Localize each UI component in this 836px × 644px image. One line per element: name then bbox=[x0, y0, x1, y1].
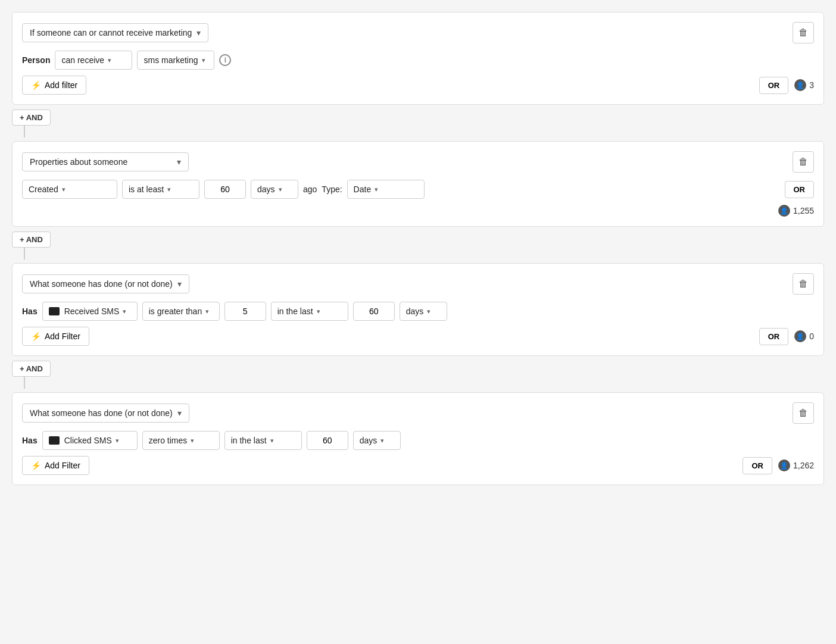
block3-number-input1[interactable] bbox=[224, 302, 266, 321]
block3-row-label: Has bbox=[22, 307, 38, 316]
block2-created-label: Created bbox=[29, 185, 58, 194]
block1-type-select[interactable]: If someone can or cannot receive marketi… bbox=[22, 23, 208, 42]
block3-in-the-last-select[interactable]: in the last ▾ bbox=[271, 302, 348, 321]
block3-number-input2[interactable] bbox=[353, 302, 395, 321]
block3-add-filter-btn[interactable]: ⚡ Add Filter bbox=[22, 327, 89, 346]
block1-sms-marketing-chevron: ▾ bbox=[202, 57, 205, 64]
block1-type-label: If someone can or cannot receive marketi… bbox=[30, 28, 192, 37]
filter-block-2: Properties about someone ▾ 🗑 Created ▾ i… bbox=[12, 141, 824, 227]
block1-sms-marketing-select[interactable]: sms marketing ▾ bbox=[137, 51, 214, 70]
block1-filter-icon: ⚡ bbox=[31, 80, 41, 90]
block1-or-btn[interactable]: OR bbox=[759, 77, 789, 94]
block3-event-select[interactable]: Received SMS ▾ bbox=[42, 302, 138, 321]
block4-row-label: Has bbox=[22, 436, 38, 445]
block3-days-select[interactable]: days ▾ bbox=[400, 302, 447, 321]
block2-days-select[interactable]: days ▾ bbox=[251, 180, 298, 199]
block1-info-icon[interactable]: i bbox=[219, 54, 231, 66]
block1-sms-marketing-label: sms marketing bbox=[144, 55, 198, 65]
block3-count-display: 👤 0 bbox=[794, 330, 814, 342]
block4-number-input[interactable] bbox=[307, 431, 348, 450]
block4-add-filter-btn[interactable]: ⚡ Add Filter bbox=[22, 456, 89, 475]
block3-header: What someone has done (or not done) ▾ 🗑 bbox=[22, 273, 814, 295]
block3-event-chevron: ▾ bbox=[123, 308, 126, 315]
block4-filter-icon: ⚡ bbox=[31, 461, 41, 470]
block4-type-chevron: ▾ bbox=[177, 408, 182, 418]
block1-footer-row: ⚡ Add filter OR 👤 3 bbox=[22, 76, 814, 95]
block1-header: If someone can or cannot receive marketi… bbox=[22, 22, 814, 43]
block4-delete-btn[interactable]: 🗑 bbox=[793, 402, 814, 424]
block4-in-the-last-chevron: ▾ bbox=[270, 437, 274, 445]
block3-in-the-last-label: in the last bbox=[277, 307, 313, 316]
block4-in-the-last-select[interactable]: in the last ▾ bbox=[224, 431, 302, 450]
and-btn-1[interactable]: + AND bbox=[12, 110, 51, 126]
block2-date-select[interactable]: Date ▾ bbox=[347, 180, 425, 199]
block4-add-filter-label: Add Filter bbox=[45, 461, 80, 470]
block2-person-icon: 👤 bbox=[778, 205, 790, 217]
block2-number-input[interactable] bbox=[204, 180, 246, 199]
block2-header: Properties about someone ▾ 🗑 bbox=[22, 151, 814, 173]
and-btn-3[interactable]: + AND bbox=[12, 361, 51, 377]
block4-event-label: Clicked SMS bbox=[64, 436, 112, 445]
block1-add-filter-btn[interactable]: ⚡ Add filter bbox=[22, 76, 86, 95]
block3-condition-label: is greater than bbox=[149, 307, 202, 316]
and-connector-2: + AND bbox=[12, 232, 824, 260]
block2-days-chevron: ▾ bbox=[279, 186, 282, 193]
block4-filter-row: Has Clicked SMS ▾ zero times ▾ in the la… bbox=[22, 431, 814, 450]
block4-event-chevron: ▾ bbox=[116, 437, 119, 445]
block3-event-label: Received SMS bbox=[64, 307, 120, 316]
block4-condition-label: zero times bbox=[149, 436, 188, 445]
block4-header: What someone has done (or not done) ▾ 🗑 bbox=[22, 402, 814, 424]
block4-days-label: days bbox=[360, 436, 378, 445]
block3-sms-icon bbox=[49, 307, 60, 315]
block2-type-select[interactable]: Properties about someone ▾ bbox=[22, 152, 189, 171]
block3-filter-icon: ⚡ bbox=[31, 332, 41, 341]
block1-delete-btn[interactable]: 🗑 bbox=[793, 22, 814, 43]
block3-filter-row: Has Received SMS ▾ is greater than ▾ in … bbox=[22, 302, 814, 321]
block2-created-chevron: ▾ bbox=[62, 186, 65, 193]
page-container: If someone can or cannot receive marketi… bbox=[0, 0, 836, 502]
block1-add-filter-label: Add filter bbox=[45, 80, 77, 90]
block2-is-at-least-select[interactable]: is at least ▾ bbox=[122, 180, 199, 199]
block2-type-prefix: Type: bbox=[322, 185, 342, 194]
and-line-1 bbox=[24, 126, 25, 137]
block4-condition-chevron: ▾ bbox=[191, 437, 194, 445]
block4-days-select[interactable]: days ▾ bbox=[353, 431, 401, 450]
block2-or-btn[interactable]: OR bbox=[785, 181, 815, 198]
block1-count-display: 👤 3 bbox=[794, 79, 814, 91]
block4-type-select[interactable]: What someone has done (or not done) ▾ bbox=[22, 404, 189, 423]
block4-sms-icon bbox=[49, 436, 60, 445]
block3-in-the-last-chevron: ▾ bbox=[317, 308, 320, 315]
block3-days-chevron: ▾ bbox=[427, 308, 431, 315]
filter-block-1: If someone can or cannot receive marketi… bbox=[12, 12, 824, 105]
block3-condition-select[interactable]: is greater than ▾ bbox=[142, 302, 220, 321]
block2-delete-btn[interactable]: 🗑 bbox=[793, 151, 814, 173]
and-connector-3: + AND bbox=[12, 361, 824, 389]
block3-type-label: What someone has done (or not done) bbox=[30, 279, 173, 289]
block4-count-display: 👤 1,262 bbox=[778, 459, 814, 471]
block3-or-btn[interactable]: OR bbox=[759, 328, 789, 345]
block2-date-label: Date bbox=[354, 185, 372, 194]
block1-can-receive-select[interactable]: can receive ▾ bbox=[55, 51, 132, 70]
block3-delete-btn[interactable]: 🗑 bbox=[793, 273, 814, 295]
block4-event-select[interactable]: Clicked SMS ▾ bbox=[42, 431, 138, 450]
and-line-2 bbox=[24, 248, 25, 260]
block3-type-select[interactable]: What someone has done (or not done) ▾ bbox=[22, 274, 189, 293]
and-connector-1: + AND bbox=[12, 110, 824, 137]
block1-can-receive-chevron: ▾ bbox=[108, 57, 111, 64]
block1-person-icon: 👤 bbox=[794, 79, 806, 91]
filter-block-4: What someone has done (or not done) ▾ 🗑 … bbox=[12, 392, 824, 485]
block2-filter-row: Created ▾ is at least ▾ days ▾ ago Type:… bbox=[22, 180, 814, 199]
block3-footer-row: ⚡ Add Filter OR 👤 0 bbox=[22, 327, 814, 346]
block4-in-the-last-label: in the last bbox=[231, 436, 267, 445]
and-btn-2[interactable]: + AND bbox=[12, 232, 51, 248]
filter-block-3: What someone has done (or not done) ▾ 🗑 … bbox=[12, 263, 824, 356]
block4-footer-row: ⚡ Add Filter OR 👤 1,262 bbox=[22, 456, 814, 475]
block1-row-label: Person bbox=[22, 55, 50, 65]
block4-condition-select[interactable]: zero times ▾ bbox=[142, 431, 220, 450]
block3-add-filter-label: Add Filter bbox=[45, 332, 80, 341]
block2-days-label: days bbox=[257, 185, 275, 194]
block2-ago-label: ago bbox=[303, 185, 317, 194]
block2-created-select[interactable]: Created ▾ bbox=[22, 180, 117, 199]
block2-is-at-least-chevron: ▾ bbox=[167, 186, 171, 193]
block4-or-btn[interactable]: OR bbox=[743, 457, 772, 474]
